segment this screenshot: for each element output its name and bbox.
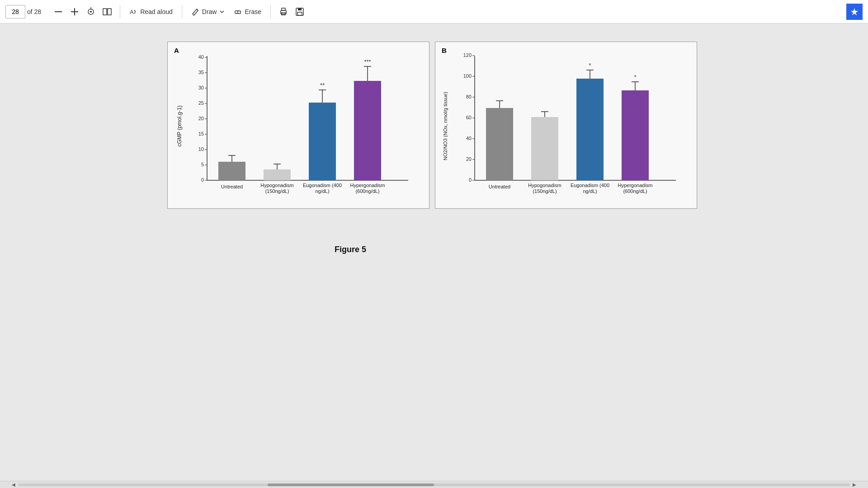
svg-text:ng/dL): ng/dL)	[583, 188, 597, 194]
svg-text:(150ng/dL): (150ng/dL)	[533, 188, 557, 194]
save-button[interactable]	[292, 4, 308, 20]
svg-text:0: 0	[201, 177, 204, 183]
chart-b: B NO2/NO3 (NOx, nmol/g tissue) 0 20 40 6…	[435, 42, 697, 209]
bar-b-untreated	[486, 108, 513, 180]
svg-text:(150ng/dL): (150ng/dL)	[265, 188, 289, 194]
main-content: A cGMP (pmol.g-1) 0 5 10 15 20	[0, 23, 868, 481]
scroll-thumb[interactable]	[268, 483, 434, 486]
separator-1	[120, 5, 120, 19]
svg-text:Untreated: Untreated	[489, 184, 510, 189]
toolbar: of 28 A Read aloud Draw	[0, 0, 868, 23]
bar-a-untreated	[218, 162, 245, 180]
svg-text:Hypogonadism: Hypogonadism	[528, 183, 561, 188]
svg-rect-16	[298, 8, 302, 10]
svg-text:30: 30	[198, 85, 204, 90]
draw-label: Draw	[202, 8, 217, 15]
svg-text:Untreated: Untreated	[221, 184, 243, 189]
svg-text:(600ng/dL): (600ng/dL)	[355, 188, 379, 194]
separator-3	[270, 5, 271, 19]
svg-text:40: 40	[198, 54, 204, 60]
svg-rect-13	[282, 8, 285, 10]
separator-2	[182, 5, 182, 19]
svg-text:Hypergonadism: Hypergonadism	[350, 183, 385, 188]
svg-text:Eugonadism (400: Eugonadism (400	[303, 183, 342, 188]
print-button[interactable]	[275, 4, 292, 20]
svg-text:20: 20	[466, 156, 472, 162]
charts-wrapper: A cGMP (pmol.g-1) 0 5 10 15 20	[167, 42, 701, 209]
svg-text:Hypergonadism: Hypergonadism	[618, 183, 652, 188]
svg-text:80: 80	[466, 94, 472, 99]
svg-text:60: 60	[466, 115, 472, 120]
chart-a-svg: cGMP (pmol.g-1) 0 5 10 15 20 25 30	[173, 49, 417, 203]
scroll-track[interactable]	[18, 483, 850, 486]
chart-a-label: A	[174, 47, 179, 54]
fit-page-button[interactable]	[83, 4, 99, 20]
svg-text:25: 25	[198, 100, 204, 106]
svg-text:(600ng/dL): (600ng/dL)	[623, 188, 647, 194]
bar-a-hypo	[264, 169, 291, 180]
svg-text:35: 35	[198, 70, 204, 75]
erase-label: Erase	[245, 8, 261, 15]
draw-chevron-icon	[219, 9, 225, 14]
chart-b-label: B	[442, 47, 447, 54]
bar-b-hyper	[622, 90, 649, 180]
svg-text:*: *	[589, 62, 591, 69]
svg-rect-7	[108, 9, 111, 15]
figure-label: Figure 5	[335, 245, 366, 254]
erase-button[interactable]: Erase	[229, 4, 266, 20]
svg-rect-2	[71, 11, 78, 12]
zoom-out-button[interactable]	[50, 4, 66, 20]
chart-a: A cGMP (pmol.g-1) 0 5 10 15 20	[167, 42, 429, 209]
svg-line-9	[197, 9, 198, 10]
bar-a-eu	[309, 103, 336, 180]
read-aloud-button[interactable]: A Read aloud	[125, 4, 177, 20]
scroll-right-arrow[interactable]: ▶	[850, 482, 859, 487]
svg-rect-6	[103, 9, 107, 15]
svg-text:Hypogonadism: Hypogonadism	[260, 183, 293, 188]
svg-text:100: 100	[463, 73, 472, 79]
svg-text:**: **	[320, 82, 325, 89]
svg-text:15: 15	[198, 131, 204, 136]
svg-text:***: ***	[364, 58, 371, 65]
zoom-in-button[interactable]	[66, 4, 83, 20]
svg-text:NO2/NO3 (NOx, nmol/g tissue): NO2/NO3 (NOx, nmol/g tissue)	[443, 92, 448, 160]
draw-button[interactable]: Draw	[187, 4, 230, 20]
svg-text:10: 10	[198, 146, 204, 152]
svg-rect-0	[55, 11, 62, 12]
svg-text:cGMP (pmol.g-1): cGMP (pmol.g-1)	[176, 105, 183, 146]
svg-text:5: 5	[201, 162, 204, 167]
svg-text:A: A	[130, 9, 134, 15]
svg-rect-17	[297, 12, 302, 15]
scrollbar-area: ◀ ▶	[0, 481, 868, 488]
svg-text:40: 40	[466, 136, 472, 141]
bar-b-eu	[576, 79, 604, 180]
svg-text:20: 20	[198, 116, 204, 121]
svg-text:0: 0	[469, 177, 472, 183]
chart-b-svg: NO2/NO3 (NOx, nmol/g tissue) 0 20 40 60 …	[441, 49, 685, 203]
svg-text:120: 120	[463, 52, 472, 58]
svg-text:*: *	[634, 74, 636, 80]
bar-b-hypo	[531, 117, 558, 180]
view-mode-button[interactable]	[99, 4, 115, 20]
figure-label-container: Figure 5	[167, 245, 701, 254]
svg-text:ng/dL): ng/dL)	[315, 188, 329, 194]
page-total: of 28	[27, 8, 41, 15]
scroll-left-arrow[interactable]: ◀	[9, 482, 18, 487]
bar-a-hyper	[354, 81, 381, 180]
read-aloud-label: Read aloud	[140, 8, 173, 15]
svg-text:Eugonadism (400: Eugonadism (400	[571, 183, 609, 188]
page-navigation: of 28	[5, 5, 41, 19]
svg-point-4	[90, 11, 92, 13]
pin-button[interactable]	[846, 4, 863, 20]
page-input[interactable]	[5, 5, 25, 19]
